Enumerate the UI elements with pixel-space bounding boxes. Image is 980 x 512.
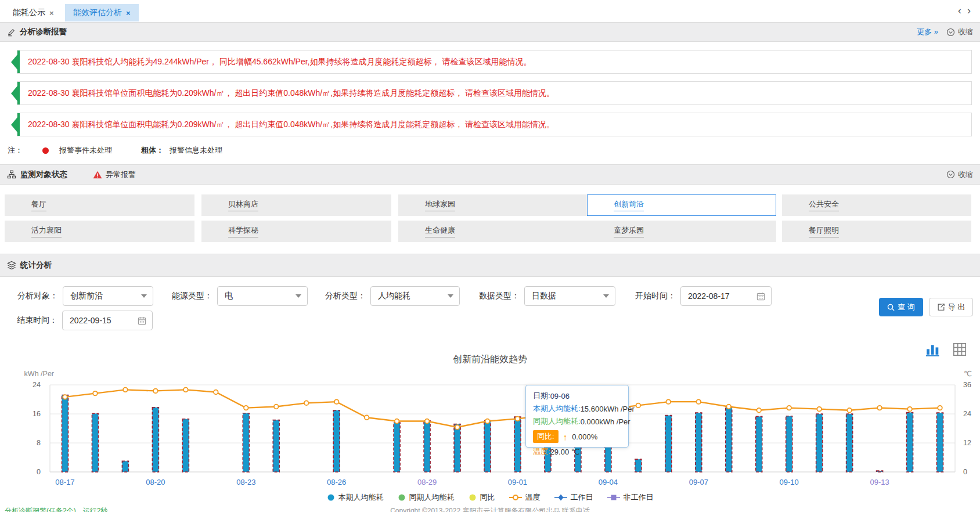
object-button-kids-paradise[interactable]: 童梦乐园 <box>587 221 776 242</box>
temperature-point-09-06[interactable] <box>666 399 671 404</box>
filter-label: 分析对象： <box>17 291 58 301</box>
bar-08-26[interactable] <box>333 410 340 472</box>
temperature-point-08-30[interactable] <box>455 425 460 430</box>
temperature-point-08-26[interactable] <box>334 399 339 404</box>
start-date-input[interactable]: 2022-08-17 <box>680 286 772 306</box>
query-button[interactable]: 查 询 <box>879 298 923 316</box>
bar-09-08[interactable] <box>726 407 732 473</box>
legend-offday[interactable]: 非工作日 <box>607 492 654 503</box>
object-button-science-exploration[interactable]: 科学探秘 <box>201 221 391 242</box>
energy-type-select[interactable]: 电 <box>217 286 308 306</box>
tab-prev-icon[interactable]: ‹ <box>958 5 967 16</box>
bar-09-12[interactable] <box>846 414 853 472</box>
collapse-toggle[interactable]: 收缩 <box>946 170 973 180</box>
tab-next-icon[interactable]: › <box>967 5 977 16</box>
bar-08-19[interactable] <box>122 461 128 472</box>
bar-08-17[interactable] <box>62 395 68 473</box>
chevron-down-icon <box>141 294 147 298</box>
note-prefix: 注： <box>8 145 23 156</box>
tooltip-current-label: 本期人均能耗: <box>533 403 581 414</box>
temperature-point-08-17[interactable] <box>63 395 67 399</box>
left-axis-tick: 0 <box>37 468 41 476</box>
tab-close-icon[interactable]: × <box>49 9 54 17</box>
bar-09-05[interactable] <box>635 459 642 472</box>
object-button-innovation-frontier[interactable]: 创新前沿 <box>587 194 776 216</box>
bar-09-13[interactable] <box>877 471 883 472</box>
calendar-icon <box>138 316 146 325</box>
legend-previous-energy[interactable]: 同期人均能耗 <box>398 492 455 503</box>
bar-09-07[interactable] <box>696 413 702 472</box>
bar-08-29[interactable] <box>424 421 430 472</box>
tab-energy-publicity[interactable]: 能耗公示 × <box>5 4 62 21</box>
temperature-point-08-24[interactable] <box>274 405 279 409</box>
temperature-point-09-05[interactable] <box>636 403 641 408</box>
date-value: 2022-08-17 <box>688 291 730 301</box>
tooltip-date-label: 日期: <box>533 391 550 401</box>
legend-current-energy[interactable]: 本期人均能耗 <box>327 492 384 503</box>
temperature-point-08-20[interactable] <box>153 389 158 394</box>
temperature-point-09-09[interactable] <box>756 408 761 413</box>
object-button-life-health[interactable]: 生命健康 <box>398 221 588 242</box>
temperature-point-08-18[interactable] <box>93 391 98 396</box>
temperature-point-08-19[interactable] <box>123 388 128 392</box>
alarm-section-header: 分析诊断报警 更多 » 收缩 <box>0 22 980 42</box>
analysis-type-select[interactable]: 人均能耗 <box>370 286 460 306</box>
bar-09-11[interactable] <box>816 414 823 472</box>
abnormal-alarm-tab[interactable]: 异常报警 <box>93 170 136 180</box>
object-button-canteen[interactable]: 餐厅 <box>5 194 194 216</box>
temperature-point-09-13[interactable] <box>877 406 882 410</box>
temperature-point-08-28[interactable] <box>395 419 399 424</box>
temperature-point-09-15[interactable] <box>938 406 942 410</box>
bar-08-21[interactable] <box>182 419 189 472</box>
filter-label: 能源类型： <box>172 291 212 301</box>
bar-09-06[interactable] <box>665 416 672 473</box>
collapse-label: 收缩 <box>958 170 973 180</box>
tab-scroll-arrows[interactable]: ‹› <box>958 5 977 17</box>
bar-08-18[interactable] <box>92 413 98 472</box>
chevron-down-icon <box>603 294 609 298</box>
bar-09-14[interactable] <box>907 413 913 473</box>
legend-ratio[interactable]: 同比 <box>469 492 495 503</box>
object-button-public-safety[interactable]: 公共安全 <box>782 194 971 216</box>
bar-08-23[interactable] <box>243 413 249 472</box>
bar-08-24[interactable] <box>273 420 279 472</box>
right-axis-unit: ℃ <box>964 370 972 378</box>
bar-08-28[interactable] <box>394 423 400 472</box>
collapse-toggle[interactable]: 收缩 <box>946 27 973 37</box>
bar-08-31[interactable] <box>484 420 491 472</box>
end-date-input[interactable]: 2022-09-15 <box>62 311 153 330</box>
more-link[interactable]: 更多 » <box>917 27 938 37</box>
object-button-beilin-shop[interactable]: 贝林商店 <box>201 194 391 216</box>
temperature-point-08-21[interactable] <box>183 388 188 392</box>
object-button-vitality-xiangyang[interactable]: 活力襄阳 <box>5 221 194 242</box>
bar-08-20[interactable] <box>152 408 158 472</box>
bar-09-01[interactable] <box>514 417 521 472</box>
temperature-point-08-27[interactable] <box>365 415 369 420</box>
temperature-point-09-11[interactable] <box>817 407 822 412</box>
temperature-point-09-01[interactable] <box>516 417 520 421</box>
temperature-point-09-10[interactable] <box>787 406 791 410</box>
data-type-select[interactable]: 日数据 <box>524 286 615 306</box>
temperature-point-08-31[interactable] <box>485 419 490 424</box>
temperature-point-08-23[interactable] <box>244 406 248 410</box>
tab-efficiency-analysis[interactable]: 能效评估分析 × <box>65 4 139 21</box>
temperature-point-09-14[interactable] <box>907 407 912 412</box>
analysis-object-select[interactable]: 创新前沿 <box>63 286 153 306</box>
tab-close-icon[interactable]: × <box>126 9 131 17</box>
temperature-point-09-12[interactable] <box>847 408 852 413</box>
temperature-point-08-22[interactable] <box>214 390 218 395</box>
bar-09-09[interactable] <box>756 416 762 472</box>
temperature-point-08-29[interactable] <box>425 419 430 424</box>
tooltip-previous-label: 同期人均能耗: <box>533 416 581 427</box>
legend-temperature[interactable]: 温度 <box>509 492 541 503</box>
bar-09-10[interactable] <box>786 416 792 472</box>
legend-workday[interactable]: 工作日 <box>554 492 593 503</box>
object-button-canteen-lighting[interactable]: 餐厅照明 <box>782 221 971 242</box>
temperature-point-08-25[interactable] <box>304 401 309 405</box>
bar-09-15[interactable] <box>937 413 943 472</box>
export-button[interactable]: 导 出 <box>929 298 973 316</box>
object-button-earth-home[interactable]: 地球家园 <box>398 194 588 216</box>
temperature-point-09-07[interactable] <box>696 399 701 404</box>
temperature-point-09-08[interactable] <box>726 405 731 409</box>
bar-08-30[interactable] <box>454 424 460 473</box>
